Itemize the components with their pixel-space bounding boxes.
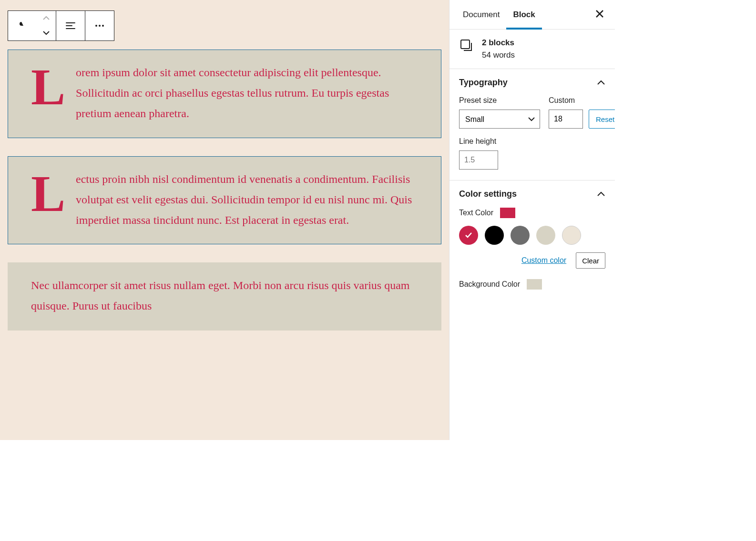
close-sidebar-button[interactable] xyxy=(591,5,608,24)
text-color-swatch xyxy=(500,208,515,218)
word-count: 54 words xyxy=(482,50,515,60)
svg-point-0 xyxy=(95,25,97,27)
move-down-button[interactable] xyxy=(37,26,56,40)
color-settings-toggle[interactable]: Color settings xyxy=(459,189,605,199)
custom-color-link[interactable]: Custom color xyxy=(521,256,566,265)
settings-sidebar: Document Block 2 blocks 54 words Typogra… xyxy=(449,0,615,440)
chevron-up-icon xyxy=(597,190,605,199)
text-color-label: Text Color xyxy=(459,209,493,217)
tab-block[interactable]: Block xyxy=(506,0,541,30)
paragraph-block[interactable]: Lectus proin nibh nisl condimentum id ve… xyxy=(8,156,441,245)
text-color-palette xyxy=(459,226,605,245)
more-options-button[interactable] xyxy=(85,11,114,40)
custom-size-label: Custom xyxy=(549,96,615,105)
chevron-down-icon xyxy=(42,30,50,37)
sidebar-tabs: Document Block xyxy=(450,0,615,30)
align-button[interactable] xyxy=(56,11,85,40)
lineheight-input[interactable] xyxy=(459,150,498,170)
custom-size-input[interactable] xyxy=(549,110,583,129)
close-icon xyxy=(595,13,604,20)
color-settings-panel: Color settings Text Color Custom color C… xyxy=(450,180,615,308)
block-type-button[interactable] xyxy=(8,11,37,40)
color-circle[interactable] xyxy=(511,226,530,245)
color-circle[interactable] xyxy=(459,226,478,245)
chevron-up-icon xyxy=(597,79,605,87)
reset-size-button[interactable]: Reset xyxy=(589,110,615,129)
paragraph-block[interactable]: Nec ullamcorper sit amet risus nullam eg… xyxy=(8,262,441,330)
clear-color-button[interactable]: Clear xyxy=(576,252,605,269)
bg-color-label: Background Color xyxy=(459,280,520,289)
paragraph-text: Nec ullamcorper sit amet risus nullam eg… xyxy=(31,275,418,316)
svg-point-2 xyxy=(102,25,104,27)
block-count: 2 blocks xyxy=(482,38,515,48)
paragraph-icon xyxy=(17,20,28,31)
typography-toggle[interactable]: Typography xyxy=(459,78,605,88)
lineheight-label: Line height xyxy=(459,137,605,146)
block-card: 2 blocks 54 words xyxy=(450,30,615,69)
color-circle[interactable] xyxy=(562,226,581,245)
color-circle[interactable] xyxy=(485,226,504,245)
tab-document[interactable]: Document xyxy=(456,0,506,30)
preset-size-label: Preset size xyxy=(459,96,540,105)
stack-icon xyxy=(459,38,473,54)
paragraph-text: Lectus proin nibh nisl condimentum id ve… xyxy=(31,169,418,231)
align-left-icon xyxy=(65,20,76,31)
svg-rect-3 xyxy=(461,40,470,49)
move-up-button[interactable] xyxy=(37,11,56,26)
typography-panel: Typography Preset size Small Custom xyxy=(450,69,615,180)
preset-size-select[interactable]: Small xyxy=(459,110,540,129)
panel-title: Color settings xyxy=(459,189,517,199)
color-circle[interactable] xyxy=(536,226,555,245)
bg-color-swatch xyxy=(527,279,542,290)
block-toolbar xyxy=(8,10,114,41)
editor-canvas: Lorem ipsum dolor sit amet consectetur a… xyxy=(0,0,449,440)
chevron-up-icon xyxy=(42,15,50,22)
ellipsis-icon xyxy=(94,20,105,31)
svg-point-1 xyxy=(99,25,101,27)
paragraph-text: Lorem ipsum dolor sit amet consectetur a… xyxy=(31,62,418,124)
panel-title: Typography xyxy=(459,78,508,88)
check-icon xyxy=(464,230,473,240)
paragraph-block[interactable]: Lorem ipsum dolor sit amet consectetur a… xyxy=(8,50,441,138)
